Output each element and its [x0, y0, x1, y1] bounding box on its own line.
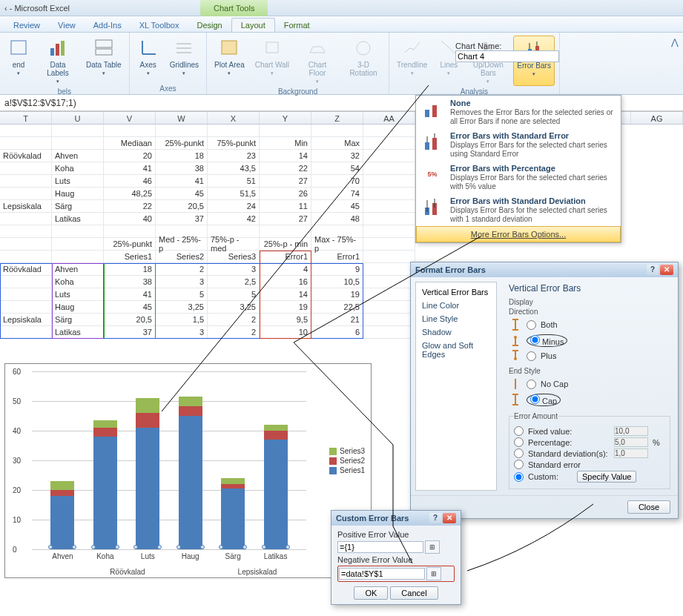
cell[interactable]: 4 — [260, 263, 311, 276]
cell[interactable]: 70 — [311, 175, 363, 188]
dd-percentage[interactable]: 5% Error Bars with PercentageDisplays Er… — [416, 161, 621, 193]
cell[interactable] — [0, 188, 52, 200]
tab-review[interactable]: Review — [4, 19, 49, 32]
cell[interactable]: 5 — [208, 288, 260, 301]
cell[interactable]: 24 — [208, 200, 260, 213]
tab-addins[interactable]: Add-Ins — [85, 19, 131, 32]
cell[interactable]: 20,5 — [104, 314, 156, 326]
cell[interactable] — [104, 125, 156, 137]
cell[interactable]: 14 — [260, 150, 311, 162]
bar-segment[interactable] — [221, 478, 245, 484]
cell[interactable]: 3 — [208, 263, 260, 276]
cell[interactable]: 45 — [104, 301, 156, 314]
cell[interactable]: Luts — [52, 288, 104, 301]
negative-input[interactable] — [339, 568, 425, 580]
pct-value-input[interactable] — [614, 437, 648, 447]
embedded-chart[interactable]: AhvenKohaLutsHaugSärgLatikas Series3 Ser… — [4, 363, 372, 578]
gridlines-button[interactable]: Gridlines▾ — [167, 36, 202, 78]
side-line-style[interactable]: Line Style — [416, 312, 496, 325]
close-button[interactable]: Close — [627, 500, 670, 514]
trendline-button[interactable]: Trendline▾ — [394, 36, 430, 86]
side-line-color[interactable]: Line Color — [416, 299, 496, 312]
cell[interactable] — [260, 125, 311, 137]
cell[interactable]: 25%-p - min — [260, 238, 311, 251]
cell[interactable] — [363, 251, 415, 263]
cell[interactable]: Lepsiskala — [0, 314, 52, 326]
tab-xltoolbox[interactable]: XL Toolbox — [131, 19, 188, 32]
cell[interactable]: Röövkalad — [0, 150, 52, 162]
tab-design[interactable]: Design — [188, 19, 231, 32]
cell[interactable] — [208, 125, 260, 137]
cell[interactable] — [363, 188, 415, 200]
bar-segment[interactable] — [179, 416, 202, 549]
cell[interactable]: 38 — [104, 276, 156, 288]
cell[interactable]: Latikas — [52, 326, 104, 339]
help-icon[interactable]: ? — [647, 265, 659, 275]
cell[interactable]: Koha — [52, 276, 104, 288]
bar-segment[interactable] — [50, 496, 74, 549]
cell[interactable] — [0, 213, 52, 225]
cell[interactable]: 46 — [104, 175, 156, 188]
cell[interactable]: 26 — [260, 188, 311, 200]
cell[interactable]: 37 — [156, 213, 208, 225]
cell[interactable]: Lepsiskala — [0, 200, 52, 213]
bar-segment[interactable] — [136, 413, 159, 428]
cell[interactable] — [0, 326, 52, 339]
cell[interactable]: 43,5 — [208, 162, 260, 175]
cell[interactable] — [363, 288, 415, 301]
dd-none[interactable]: NoneRemoves the Error Bars for the selec… — [416, 96, 621, 128]
cell[interactable] — [363, 137, 415, 150]
cell[interactable]: 25%-punkt — [104, 238, 156, 251]
cell[interactable] — [0, 301, 52, 314]
cell[interactable] — [363, 263, 415, 276]
cell[interactable] — [0, 137, 52, 150]
cell[interactable] — [0, 225, 52, 238]
radio-stddev[interactable] — [514, 448, 524, 458]
cell[interactable]: 14 — [260, 288, 311, 301]
axes-button[interactable]: Axes▾ — [134, 36, 162, 78]
cell[interactable]: 6 — [311, 326, 363, 339]
cell[interactable]: 27 — [260, 175, 311, 188]
cell[interactable] — [311, 125, 363, 137]
data-labels-button[interactable]: Data Labels▾ — [37, 36, 79, 86]
tab-format[interactable]: Format — [275, 19, 319, 32]
radio-nocap[interactable] — [527, 380, 536, 389]
cell[interactable] — [363, 225, 415, 238]
cell[interactable]: Mediaan — [104, 137, 156, 150]
cell[interactable]: Series3 — [208, 251, 260, 263]
cell[interactable]: 22 — [260, 162, 311, 175]
cell[interactable]: 9 — [311, 263, 363, 276]
cell[interactable]: 22 — [104, 200, 156, 213]
bar-segment[interactable] — [50, 490, 74, 496]
cell[interactable] — [52, 238, 104, 251]
cell[interactable]: 20 — [104, 150, 156, 162]
cell[interactable] — [0, 175, 52, 188]
cell[interactable]: 2,5 — [208, 276, 260, 288]
cell[interactable]: 74 — [311, 188, 363, 200]
plot-area-button[interactable]: Plot Area▾ — [211, 36, 248, 86]
ref-picker-icon[interactable]: ⊞ — [425, 540, 440, 554]
cell[interactable]: 45 — [311, 200, 363, 213]
side-vertical[interactable]: Vertical Error Bars — [416, 285, 496, 299]
bar-segment[interactable] — [179, 397, 202, 406]
radio-stderr[interactable] — [514, 460, 524, 469]
cell[interactable]: 2 — [208, 326, 260, 339]
bar-segment[interactable] — [264, 425, 288, 431]
radio-pct[interactable] — [514, 437, 524, 447]
cell[interactable]: 19 — [311, 288, 363, 301]
cell[interactable]: 75%-p - med — [208, 238, 260, 251]
cell[interactable]: Series2 — [156, 251, 208, 263]
cell[interactable]: 40 — [104, 213, 156, 225]
cell[interactable]: 42 — [208, 213, 260, 225]
dd-std-dev[interactable]: Error Bars with Standard DeviationDispla… — [416, 193, 621, 226]
bar-segment[interactable] — [136, 428, 159, 549]
cell[interactable] — [156, 125, 208, 137]
bar-segment[interactable] — [221, 489, 245, 549]
positive-input[interactable] — [337, 541, 423, 553]
cell[interactable]: Max — [311, 137, 363, 150]
cell[interactable] — [0, 276, 52, 288]
cell[interactable] — [363, 276, 415, 288]
cell[interactable]: 16 — [260, 276, 311, 288]
bar-segment[interactable] — [264, 431, 288, 440]
cell[interactable]: 5 — [156, 288, 208, 301]
